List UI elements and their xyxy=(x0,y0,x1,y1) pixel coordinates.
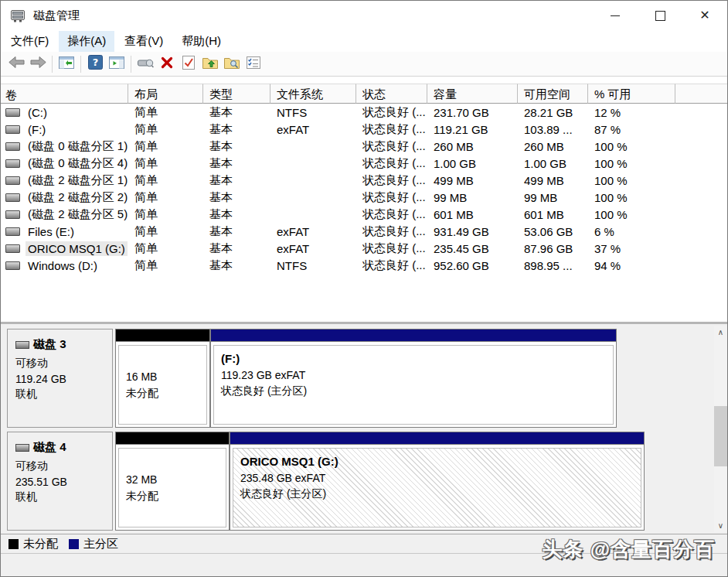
properties-button[interactable] xyxy=(243,54,264,74)
cell-status: 状态良好 (... xyxy=(356,122,427,137)
header-status[interactable]: 状态 xyxy=(356,84,427,104)
table-row[interactable]: (磁盘 2 磁盘分区 5) 简单 基本 状态良好 (... 601 MB 601… xyxy=(1,206,728,223)
header-filesystem[interactable]: 文件系统 xyxy=(270,84,356,104)
cell-free-space: 87.96 GB xyxy=(518,242,588,255)
cell-capacity: 235.45 GB xyxy=(427,242,518,255)
unallocated-swatch-icon xyxy=(9,539,19,549)
action-pane-button[interactable] xyxy=(106,54,128,74)
console-tree-button[interactable] xyxy=(56,54,77,74)
header-capacity[interactable]: 容量 xyxy=(427,84,518,104)
cell-filesystem: NTFS xyxy=(270,259,356,272)
cell-capacity: 601 MB xyxy=(427,208,518,221)
disk-view-icon xyxy=(138,57,154,71)
legend-primary-partition: 主分区 xyxy=(83,537,118,551)
legend-unallocated: 未分配 xyxy=(23,537,58,551)
cell-percent-free: 100 % xyxy=(588,191,675,204)
table-row[interactable]: Windows (D:) 简单 基本 NTFS 状态良好 (... 952.60… xyxy=(1,257,728,274)
cell-layout: 简单 xyxy=(128,122,203,137)
disk-3-partition-f-segment[interactable]: (F:) 119.23 GB exFAT 状态良好 (主分区) xyxy=(210,329,617,428)
disk-4-unallocated-segment[interactable]: 32 MB 未分配 xyxy=(115,432,230,531)
table-row[interactable]: (F:) 简单 基本 exFAT 状态良好 (... 119.21 GB 103… xyxy=(1,121,728,138)
minimize-button[interactable] xyxy=(593,1,638,30)
table-row[interactable]: (磁盘 2 磁盘分区 2) 简单 基本 状态良好 (... 99 MB 99 M… xyxy=(1,189,728,206)
action-pane-icon xyxy=(109,56,124,72)
disk-status: 联机 xyxy=(15,388,112,401)
volume-name: (C:) xyxy=(26,105,49,120)
disk-name: 磁盘 4 xyxy=(33,440,66,455)
console-tree-icon xyxy=(59,56,74,72)
cell-percent-free: 100 % xyxy=(588,157,675,170)
cell-free-space: 53.06 GB xyxy=(518,225,588,238)
header-type[interactable]: 类型 xyxy=(203,84,270,104)
properties-icon xyxy=(247,56,260,72)
cell-capacity: 499 MB xyxy=(427,174,518,187)
cell-layout: 简单 xyxy=(128,258,203,273)
cell-status: 状态良好 (... xyxy=(356,156,427,171)
table-row[interactable]: (磁盘 2 磁盘分区 1) 简单 基本 状态良好 (... 499 MB 499… xyxy=(1,172,728,189)
cell-status: 状态良好 (... xyxy=(356,139,427,154)
disk-4-partition-g-segment-selected[interactable]: ORICO MSQ1 (G:) 235.48 GB exFAT 状态良好 (主分… xyxy=(230,432,645,531)
disk-3-unallocated-segment[interactable]: 16 MB 未分配 xyxy=(115,329,210,428)
table-row-selected[interactable]: ORICO MSQ1 (G:) 简单 基本 exFAT 状态良好 (... 23… xyxy=(1,240,728,257)
volume-icon xyxy=(5,125,20,134)
cell-status: 状态良好 (... xyxy=(356,224,427,239)
table-row[interactable]: (磁盘 0 磁盘分区 4) 简单 基本 状态良好 (... 1.00 GB 1.… xyxy=(1,155,728,172)
menu-view[interactable]: 查看(V) xyxy=(116,31,172,52)
maximize-icon xyxy=(655,11,665,21)
primary-partition-color-bar xyxy=(211,329,616,342)
folder-up-button[interactable] xyxy=(199,54,221,74)
header-empty[interactable] xyxy=(675,84,728,104)
delete-volume-button[interactable] xyxy=(156,54,178,74)
header-free-space[interactable]: 可用空间 xyxy=(518,84,588,104)
partition-status: 状态良好 (主分区) xyxy=(240,486,634,501)
primary-partition-swatch-icon xyxy=(69,539,79,549)
folder-search-button[interactable] xyxy=(221,54,243,74)
scrollbar-thumb[interactable] xyxy=(714,406,727,466)
header-layout[interactable]: 布局 xyxy=(128,84,203,104)
disk-3-label-panel[interactable]: 磁盘 3 可移动 119.24 GB 联机 xyxy=(7,329,113,428)
disk-4-label-panel[interactable]: 磁盘 4 可移动 235.51 GB 联机 xyxy=(7,432,113,531)
cell-capacity: 931.49 GB xyxy=(427,225,518,238)
cell-layout: 简单 xyxy=(128,224,203,239)
cell-type: 基本 xyxy=(203,156,270,171)
close-button[interactable]: ✕ xyxy=(682,1,727,30)
help-button[interactable]: ? xyxy=(84,54,106,74)
table-row[interactable]: Files (E:) 简单 基本 exFAT 状态良好 (... 931.49 … xyxy=(1,223,728,240)
header-volume[interactable]: 卷 xyxy=(1,84,128,104)
window-controls: ✕ xyxy=(593,1,727,30)
disk-status: 联机 xyxy=(15,490,112,504)
watermark-text: 头条 @含量百分百 xyxy=(542,536,715,563)
vertical-scrollbar[interactable]: ∧ ∨ xyxy=(714,326,727,532)
disk-view-button[interactable] xyxy=(134,54,156,74)
back-button[interactable] xyxy=(5,54,27,74)
folder-up-icon xyxy=(202,56,218,72)
menu-file[interactable]: 文件(F) xyxy=(2,31,57,52)
table-row[interactable]: (C:) 简单 基本 NTFS 状态良好 (... 231.70 GB 28.2… xyxy=(1,104,728,121)
cell-layout: 简单 xyxy=(128,241,203,256)
cell-layout: 简单 xyxy=(128,173,203,188)
unallocated-color-bar xyxy=(116,329,209,342)
cell-capacity: 1.00 GB xyxy=(427,157,518,170)
partition-status: 状态良好 (主分区) xyxy=(221,383,606,398)
scroll-down-arrow-icon[interactable]: ∨ xyxy=(714,519,727,532)
cell-free-space: 28.21 GB xyxy=(518,106,588,119)
menu-help[interactable]: 帮助(H) xyxy=(173,31,230,52)
cell-percent-free: 12 % xyxy=(588,106,675,119)
menu-action[interactable]: 操作(A) xyxy=(59,31,114,52)
disk-icon xyxy=(15,444,29,452)
forward-button[interactable] xyxy=(27,54,49,74)
cell-capacity: 260 MB xyxy=(427,140,518,153)
segment-status: 未分配 xyxy=(126,385,199,401)
cell-capacity: 231.70 GB xyxy=(427,106,518,119)
header-percent-free[interactable]: % 可用 xyxy=(588,84,675,104)
table-row[interactable]: (磁盘 0 磁盘分区 1) 简单 基本 状态良好 (... 260 MB 260… xyxy=(1,138,728,155)
check-document-icon xyxy=(182,56,195,73)
cell-type: 基本 xyxy=(203,224,270,239)
cell-percent-free: 100 % xyxy=(588,174,675,187)
unallocated-color-bar xyxy=(116,432,229,445)
check-document-button[interactable] xyxy=(178,54,199,74)
maximize-button[interactable] xyxy=(638,1,682,30)
primary-partition-color-bar xyxy=(230,432,644,445)
scroll-up-arrow-icon[interactable]: ∧ xyxy=(714,326,727,339)
segment-size: 32 MB xyxy=(126,472,219,487)
